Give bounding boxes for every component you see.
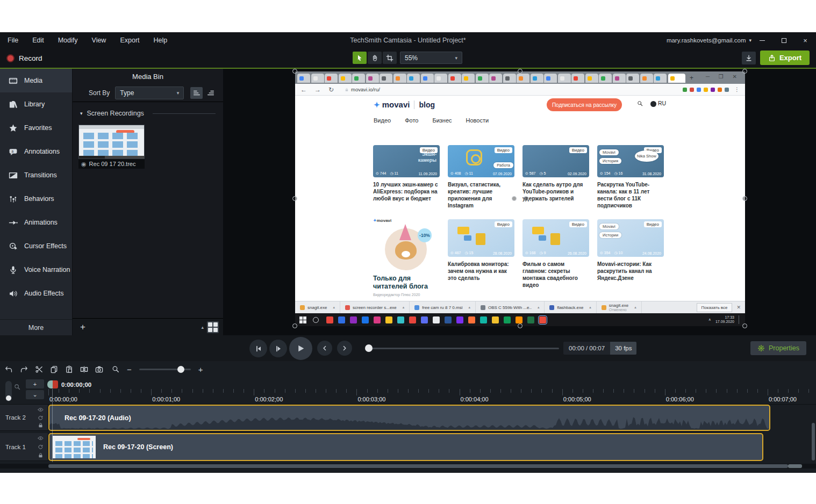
resize-handle[interactable] (292, 69, 297, 74)
taskbar-search-icon (313, 317, 319, 323)
play-button[interactable] (289, 337, 312, 360)
audio-clip[interactable]: Rec 09-17-20 (Audio) (48, 405, 770, 431)
timeline-ruler[interactable]: 0:00:00;000:00:01;000:00:02;000:00:03;00… (0, 389, 816, 405)
sidebar-item-annotations[interactable]: aAnnotations (0, 140, 72, 163)
quick-export-button[interactable] (742, 52, 756, 64)
timeline-zoom-controls: − + (112, 363, 203, 376)
cursor-tool-button[interactable] (353, 52, 367, 64)
menu-item[interactable]: Export (120, 37, 139, 44)
record-button[interactable]: Record (6, 51, 42, 65)
lock-icon[interactable] (38, 422, 44, 428)
redo-button[interactable] (17, 363, 30, 376)
menu-item[interactable]: View (92, 37, 106, 44)
minimize-icon (760, 40, 765, 41)
paste-button[interactable] (62, 363, 75, 376)
loop-icon[interactable] (38, 444, 44, 450)
add-track-button[interactable]: + (26, 379, 44, 388)
seek-handle[interactable] (365, 344, 373, 352)
zoom-out-button[interactable]: − (127, 365, 132, 374)
preview-video[interactable]: +─ ❒ ✕ ← → ↻ movavi.io/ru/ ⋮ ✦ (295, 71, 745, 326)
menu-item[interactable]: Modify (58, 37, 78, 44)
resize-handle[interactable] (292, 196, 297, 201)
resize-handle[interactable] (742, 196, 747, 201)
timeline-vertical-scrollbar[interactable] (812, 423, 815, 460)
close-button[interactable]: × (794, 32, 816, 48)
current-total-time: 00:00 / 00:07 (563, 342, 610, 355)
sidebar-item-transitions[interactable]: Transitions (0, 163, 72, 187)
canvas-area[interactable]: +─ ❒ ✕ ← → ↻ movavi.io/ru/ ⋮ ✦ (223, 69, 816, 335)
split-button[interactable] (77, 363, 90, 376)
playhead[interactable]: 0:00:00;00 (47, 380, 91, 388)
crop-tool-button[interactable] (383, 52, 397, 64)
sidebar-item-animations[interactable]: Animations (0, 211, 72, 234)
undo-button[interactable] (2, 363, 15, 376)
sort-asc-icon (193, 89, 201, 97)
sort-type-select[interactable]: Type ▾ (115, 87, 184, 99)
ruler-tick (727, 389, 727, 393)
sidebar-item-library[interactable]: Library (0, 92, 72, 116)
media-clip-item[interactable]: ◉ Rec 09 17 20.trec (78, 125, 145, 169)
hand-tool-button[interactable] (368, 52, 382, 64)
tab-favicon (588, 76, 592, 81)
ruler-tick (624, 389, 624, 393)
camera-button[interactable] (92, 363, 105, 376)
timeline-zoom-handle[interactable] (177, 366, 184, 373)
grid-view-button[interactable] (207, 321, 219, 333)
sidebar-item-behaviors[interactable]: Behaviors (0, 187, 72, 211)
center-handle[interactable] (512, 196, 517, 201)
download-item: OBS C 559b With ...e..▴ (476, 301, 545, 313)
account-menu[interactable]: mary.rashkovets@gmail.com ▾ (667, 32, 751, 48)
resize-handle[interactable] (742, 323, 747, 328)
article-card: ВидеоРабота⊙ 408◷ 1107.09.2020Визуал, ст… (448, 145, 514, 209)
browser-tab-active (668, 74, 685, 83)
eye-icon[interactable] (38, 435, 44, 441)
ruler-tick (613, 389, 614, 393)
minimize-button[interactable] (751, 32, 773, 48)
sort-ascending-button[interactable] (190, 87, 203, 99)
screen-clip[interactable]: Rec 09-17-20 (Screen) (48, 433, 763, 461)
sidebar-item-media[interactable]: Media (0, 69, 72, 92)
resize-handle[interactable] (742, 69, 747, 74)
article-meta: ⊙ 467◷ 1528.08.2020 (450, 251, 512, 255)
step-forward-button[interactable] (269, 340, 287, 357)
ruler-label: 0:00:06;00 (666, 396, 694, 402)
export-button[interactable]: Export (760, 51, 810, 65)
resize-handle[interactable] (292, 323, 297, 328)
seek-slider[interactable] (371, 348, 559, 349)
previous-frame-button[interactable] (249, 340, 267, 357)
rotation-handle[interactable] (524, 196, 528, 201)
loop-icon[interactable] (38, 415, 44, 421)
properties-button[interactable]: Properties (750, 341, 806, 355)
sidebar-item-audio-effects[interactable]: Audio Effects (0, 282, 72, 305)
sidebar-more-button[interactable]: More (0, 319, 72, 335)
taskbar-app-icon (433, 316, 440, 323)
playhead-in-handle[interactable] (47, 380, 53, 388)
eye-icon[interactable] (38, 407, 44, 413)
collapse-icon[interactable]: ▴ (201, 325, 204, 330)
sidebar-item-label: Favorites (24, 124, 52, 132)
taskbar-app-icon (374, 316, 381, 323)
fps-display[interactable]: 30 fps (610, 342, 636, 355)
playhead-out-handle[interactable] (53, 380, 58, 388)
scissors-button[interactable] (32, 363, 45, 376)
jump-forward-button[interactable] (337, 341, 352, 356)
screen-recordings-group[interactable]: ▾ Screen Recordings (80, 110, 216, 117)
copy-button[interactable] (47, 363, 60, 376)
menu-item[interactable]: File (8, 37, 18, 44)
zoom-in-button[interactable]: + (198, 365, 203, 374)
sidebar-item-cursor-effects[interactable]: Cursor Effects (0, 234, 72, 258)
timeline-zoom-slider[interactable] (139, 369, 191, 370)
resize-handle[interactable] (518, 69, 522, 74)
maximize-button[interactable] (773, 32, 794, 48)
menu-item[interactable]: Edit (32, 37, 44, 44)
canvas-zoom-select[interactable]: 55% ▾ (400, 52, 462, 64)
menu-item[interactable]: Help (154, 37, 168, 44)
sidebar-item-favorites[interactable]: Favorites (0, 116, 72, 140)
resize-handle[interactable] (518, 323, 522, 328)
sort-descending-button[interactable] (204, 87, 217, 99)
timeline-horizontal-scrollbar[interactable] (0, 464, 816, 469)
lock-icon[interactable] (38, 452, 44, 458)
jump-back-button[interactable] (317, 341, 332, 356)
add-media-button[interactable]: + (77, 321, 89, 333)
sidebar-item-voice-narration[interactable]: Voice Narration (0, 258, 72, 282)
